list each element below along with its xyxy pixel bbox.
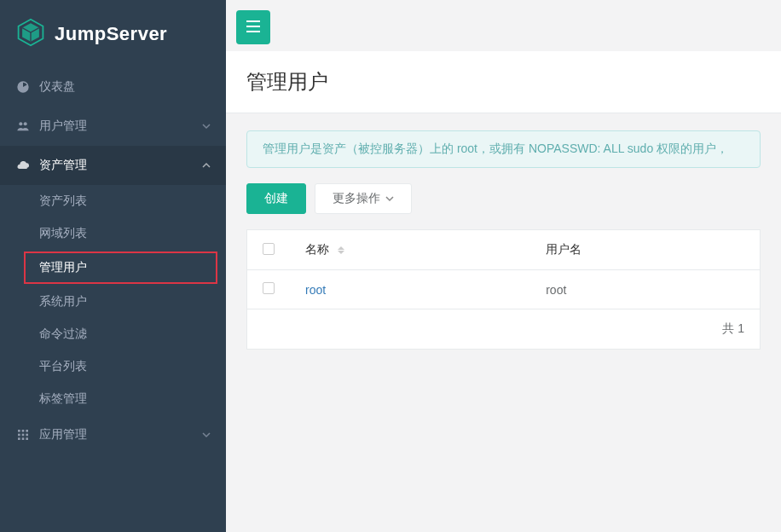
chevron-down-icon [202,428,211,442]
row-select[interactable] [247,270,290,309]
sidebar-item-user-mgmt[interactable]: 用户管理 [0,107,226,146]
logo-area: JumpServer [0,0,226,67]
sidebar-item-dashboard[interactable]: 仪表盘 [0,67,226,107]
sidebar-item-system-user[interactable]: 系统用户 [0,286,226,318]
svg-rect-5 [18,430,20,432]
brand-name: JumpServer [55,23,167,45]
sidebar-item-domain-list[interactable]: 网域列表 [0,217,226,250]
info-alert: 管理用户是资产（被控服务器）上的 root，或拥有 NOPASSWD: ALL … [246,130,761,168]
grid-icon [15,427,31,442]
svg-rect-12 [22,437,25,440]
chevron-up-icon [202,159,211,172]
row-username: root [530,270,760,309]
sidebar-item-cmd-filter[interactable]: 命令过滤 [0,318,226,350]
more-label: 更多操作 [333,191,380,206]
table-footer: 共 1 [247,309,760,349]
svg-rect-6 [22,430,25,432]
svg-point-3 [19,122,22,125]
table-card: 名称 用户名 root root [246,229,761,350]
col-name-label: 名称 [305,242,329,256]
sidebar-item-platform-list[interactable]: 平台列表 [0,350,226,383]
nav-label: 用户管理 [39,119,202,134]
checkbox-icon [263,243,275,255]
row-name-link[interactable]: root [305,283,326,297]
chevron-down-icon [202,119,211,133]
col-username-label: 用户名 [546,242,581,256]
col-username-header[interactable]: 用户名 [530,230,760,270]
more-actions-dropdown[interactable]: 更多操作 [315,183,412,214]
sort-icon [338,246,344,254]
logo-icon [15,17,46,50]
chevron-down-icon [385,192,394,205]
cloud-icon [15,158,31,173]
sidebar: JumpServer 仪表盘 用户管理 [0,0,226,532]
sidebar-item-asset-mgmt[interactable]: 资产管理 [0,146,226,185]
svg-point-4 [24,122,27,125]
nav-label: 仪表盘 [39,79,211,95]
col-name-header[interactable]: 名称 [290,230,530,270]
nav-label: 资产管理 [39,158,202,173]
page-title: 管理用户 [246,68,761,95]
svg-rect-9 [22,434,25,437]
svg-rect-11 [18,437,20,440]
select-all-header[interactable] [247,230,290,270]
action-bar: 创建 更多操作 [246,183,761,214]
svg-rect-10 [26,434,28,437]
page-heading: 管理用户 [226,51,781,113]
main-content: 管理用户 管理用户是资产（被控服务器）上的 root，或拥有 NOPASSWD:… [226,0,781,532]
hamburger-icon [246,20,260,35]
svg-rect-7 [26,430,28,432]
checkbox-icon [263,282,275,294]
sidebar-item-label-mgmt[interactable]: 标签管理 [0,383,226,415]
users-icon [15,119,31,134]
sidebar-item-app-mgmt[interactable]: 应用管理 [0,415,226,454]
create-button[interactable]: 创建 [246,183,306,214]
topbar [226,0,781,51]
table-row: root root [247,270,760,309]
nav-label: 应用管理 [39,427,202,442]
sidebar-item-asset-list[interactable]: 资产列表 [0,185,226,217]
menu-toggle-button[interactable] [236,10,270,44]
sidebar-item-admin-user[interactable]: 管理用户 [24,252,217,284]
svg-rect-8 [18,434,20,437]
asset-submenu: 资产列表 网域列表 管理用户 系统用户 命令过滤 平台列表 标签管理 [0,185,226,415]
dashboard-icon [15,79,31,95]
svg-rect-13 [26,437,28,440]
